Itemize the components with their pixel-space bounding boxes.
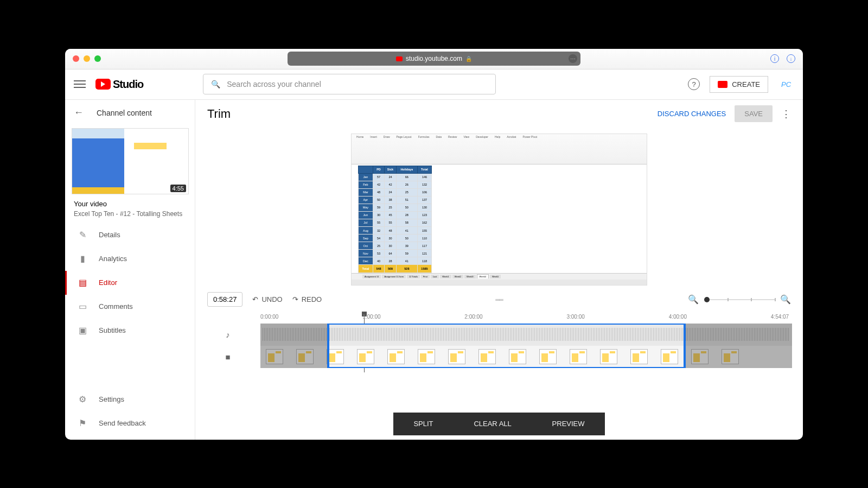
undo-button[interactable]: ↶ UNDO (252, 295, 282, 303)
zoom-slider[interactable] (704, 299, 775, 300)
pencil-icon: ✎ (77, 230, 88, 240)
sidebar-item-feedback[interactable]: ⚑Send feedback (65, 411, 195, 435)
avatar[interactable]: PC (778, 79, 794, 90)
create-label: CREATE (732, 80, 760, 88)
trim-action-bar: SPLIT CLEAR ALL PREVIEW (393, 413, 605, 435)
search-icon: 🔍 (211, 80, 220, 88)
minimize-icon[interactable] (84, 55, 90, 62)
thumb-duration: 4:55 (170, 185, 186, 192)
sidebar-title[interactable]: Channel content (97, 109, 152, 117)
sidebar-label: Subtitles (99, 326, 126, 334)
reader-icon[interactable]: ⋯ (569, 54, 577, 63)
drag-handle-icon[interactable]: ══ (495, 296, 503, 303)
zoom-in-icon[interactable]: 🔍 (780, 294, 791, 305)
split-button[interactable]: SPLIT (413, 420, 433, 428)
youtube-icon (95, 79, 111, 90)
video-title: Excel Top Ten - #12 - Totalling Sheets (74, 210, 186, 218)
redo-button[interactable]: ↷ REDO (292, 295, 322, 303)
maximize-icon[interactable] (94, 55, 101, 62)
video-track-icon: ■ (195, 346, 260, 368)
browser-chrome: studio.youtube.com 🔒 ⋯ i ↓ (65, 49, 803, 69)
feedback-icon: ⚑ (77, 418, 88, 429)
more-icon[interactable]: ⋮ (781, 108, 791, 120)
sidebar-item-analytics[interactable]: ▮Analytics (65, 247, 195, 271)
sidebar-item-comments[interactable]: ▭Comments (65, 295, 195, 319)
main-content: Trim DISCARD CHANGES SAVE ⋮ HomeInsertDr… (195, 100, 803, 440)
app-bar: Studio 🔍 Search across your channel ? CR… (65, 69, 803, 100)
timecode-input[interactable]: 0:58:27 (207, 292, 242, 307)
page-title: Trim (207, 107, 231, 121)
back-arrow-icon[interactable]: ← (74, 107, 84, 118)
sidebar: ← Channel content 4:55 Your video Excel … (65, 100, 195, 440)
create-button[interactable]: CREATE (710, 76, 768, 93)
trim-shade-right (686, 324, 792, 368)
search-input[interactable]: 🔍 Search across your channel (203, 74, 496, 94)
sidebar-label: Details (99, 231, 120, 239)
analytics-icon: ▮ (77, 253, 88, 264)
discard-button[interactable]: DISCARD CHANGES (658, 110, 726, 118)
spreadsheet-table: PDSickHolidaysTotalJan572466146Feb424226… (358, 166, 432, 273)
sidebar-label: Send feedback (99, 419, 146, 427)
sidebar-label: Settings (99, 395, 124, 403)
logo[interactable]: Studio (95, 78, 143, 91)
download-icon[interactable]: ↓ (787, 54, 795, 63)
sidebar-label: Comments (99, 302, 133, 310)
sidebar-label: Editor (99, 278, 117, 287)
search-placeholder: Search across your channel (227, 80, 321, 88)
site-favicon-icon (396, 56, 403, 61)
sidebar-item-editor[interactable]: ▤Editor (65, 271, 195, 295)
timeline-ruler[interactable]: 0:00:001:00:002:00:003:00:004:00:004:54:… (260, 312, 792, 324)
close-icon[interactable] (73, 55, 79, 62)
save-button[interactable]: SAVE (735, 105, 773, 122)
video-preview[interactable]: HomeInsertDrawPage LayoutFormulasDataRev… (195, 128, 803, 288)
url-text: studio.youtube.com (406, 55, 462, 62)
record-icon (718, 81, 727, 88)
clear-all-button[interactable]: CLEAR ALL (474, 420, 511, 428)
trim-shade-left (260, 324, 327, 368)
lock-icon: 🔒 (465, 56, 472, 62)
comments-icon: ▭ (77, 301, 88, 312)
timeline-tracks[interactable]: ♪ ■ (195, 324, 792, 368)
zoom-out-icon[interactable]: 🔍 (688, 294, 699, 305)
safari-window: studio.youtube.com 🔒 ⋯ i ↓ Studio 🔍 Sear… (65, 49, 803, 440)
sidebar-item-details[interactable]: ✎Details (65, 223, 195, 247)
timeline-controls: 0:58:27 ↶ UNDO ↷ REDO ══ 🔍 🔍 (195, 288, 803, 312)
editor-icon: ▤ (77, 277, 88, 288)
gear-icon: ⚙ (77, 394, 88, 405)
your-video-heading: Your video (74, 200, 186, 208)
preview-button[interactable]: PREVIEW (552, 420, 585, 428)
logo-text: Studio (113, 78, 143, 91)
audio-track-icon: ♪ (195, 324, 260, 346)
help-icon[interactable]: ? (688, 78, 700, 90)
menu-button[interactable] (74, 78, 86, 90)
password-icon[interactable]: i (770, 54, 779, 63)
sidebar-item-subtitles[interactable]: ▣Subtitles (65, 319, 195, 343)
subtitles-icon: ▣ (77, 325, 88, 336)
traffic-lights[interactable] (73, 55, 101, 62)
url-bar[interactable]: studio.youtube.com 🔒 ⋯ (288, 52, 580, 66)
sidebar-item-settings[interactable]: ⚙Settings (65, 388, 195, 411)
sheet-tabs: Assignment 11Assignment 11 form12 Totals… (352, 273, 647, 280)
video-thumbnail[interactable]: 4:55 (72, 128, 188, 194)
sidebar-label: Analytics (99, 255, 127, 263)
